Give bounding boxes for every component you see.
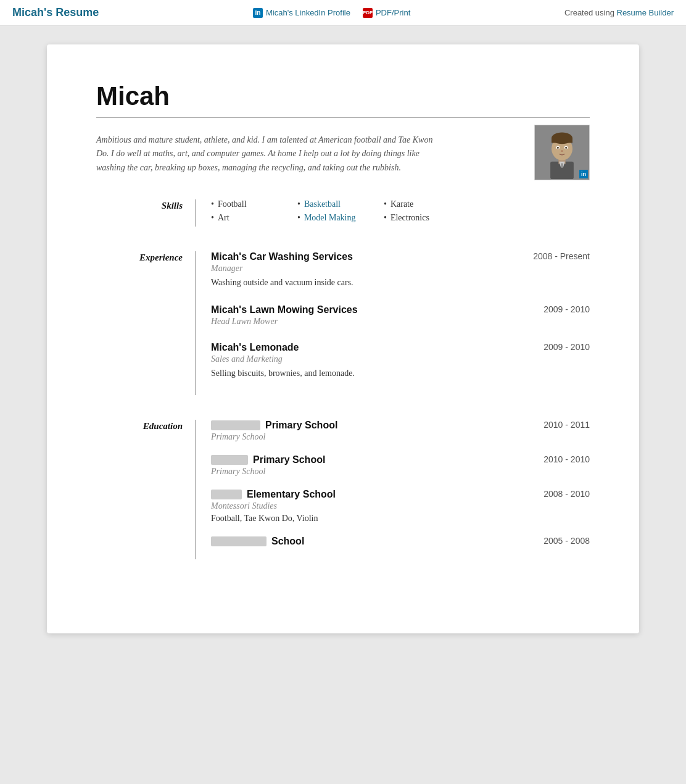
exp-item-lawnmow: Micah's Lawn Mowing Services 2009 - 2010… bbox=[211, 304, 590, 327]
edu-type-primary1: Primary School bbox=[211, 432, 590, 442]
edu-dates-primary1: 2010 - 2011 bbox=[543, 420, 590, 430]
skills-col-2: Basketball Model Making bbox=[297, 199, 384, 227]
edu-header-school: School 2005 - 2008 bbox=[211, 536, 590, 547]
exp-header-lemonade: Micah's Lemonade 2009 - 2010 bbox=[211, 342, 590, 353]
skill-karate: Karate bbox=[384, 199, 470, 209]
edu-dates-primary2: 2010 - 2010 bbox=[543, 454, 590, 464]
edu-type-elementary: Montessori Studies bbox=[211, 501, 590, 511]
skills-divider bbox=[195, 199, 196, 227]
edu-school-primary1: Primary School bbox=[265, 420, 337, 431]
profile-photo-container: in bbox=[534, 125, 590, 180]
created-by: Created using Resume Builder bbox=[564, 8, 674, 17]
skill-electronics: Electronics bbox=[384, 213, 470, 223]
svg-rect-5 bbox=[552, 138, 572, 143]
edu-header-elementary: Elementary School 2008 - 2010 bbox=[211, 489, 590, 500]
edu-header-primary2: Primary School 2010 - 2010 bbox=[211, 454, 590, 465]
photo-linkedin-badge: in bbox=[579, 170, 588, 178]
edu-item-elementary: Elementary School 2008 - 2010 Montessori… bbox=[211, 489, 590, 523]
site-title: Micah's Resume bbox=[12, 6, 99, 19]
resume-summary: Ambitious and mature student, athlete, a… bbox=[96, 133, 442, 175]
nav-links: in Micah's LinkedIn Profile PDF PDF/Prin… bbox=[99, 8, 564, 18]
name-divider bbox=[96, 117, 590, 118]
skills-col-3: Karate Electronics bbox=[384, 199, 470, 227]
edu-redacted-primary1 bbox=[211, 420, 260, 430]
exp-desc-carwash: Washing outside and vacuum inside cars. bbox=[211, 276, 590, 289]
edu-dates-elementary: 2008 - 2010 bbox=[543, 489, 590, 499]
edu-school-school: School bbox=[271, 536, 304, 547]
edu-item-school: School 2005 - 2008 bbox=[211, 536, 590, 547]
exp-header-carwash: Micah's Car Washing Services 2008 - Pres… bbox=[211, 251, 590, 262]
exp-dates-carwash: 2008 - Present bbox=[533, 251, 590, 261]
edu-name-wrap-primary1: Primary School bbox=[211, 420, 337, 431]
exp-role-lemonade: Sales and Marketing bbox=[211, 354, 590, 364]
exp-header-lawnmow: Micah's Lawn Mowing Services 2009 - 2010 bbox=[211, 304, 590, 315]
svg-point-10 bbox=[561, 150, 563, 152]
exp-dates-lemonade: 2009 - 2010 bbox=[543, 342, 590, 352]
edu-school-primary2: Primary School bbox=[253, 454, 325, 465]
skill-basketball: Basketball bbox=[297, 199, 384, 209]
basketball-link[interactable]: Basketball bbox=[304, 199, 341, 209]
skills-label: Skills bbox=[96, 199, 195, 211]
pdf-icon: PDF bbox=[363, 8, 373, 18]
exp-company-lemonade: Micah's Lemonade bbox=[211, 342, 299, 353]
edu-item-primary1: Primary School 2010 - 2011 Primary Schoo… bbox=[211, 420, 590, 442]
resume-builder-link[interactable]: Resume Builder bbox=[617, 8, 674, 17]
edu-name-wrap-primary2: Primary School bbox=[211, 454, 325, 465]
svg-point-8 bbox=[557, 147, 559, 149]
svg-point-9 bbox=[565, 147, 567, 149]
exp-role-lawnmow: Head Lawn Mower bbox=[211, 317, 590, 327]
education-section: Education Primary School 2010 - 2011 Pri… bbox=[96, 420, 590, 559]
exp-company-carwash: Micah's Car Washing Services bbox=[211, 251, 353, 262]
skills-content: Football Art Basketball Model Making Kar… bbox=[211, 199, 590, 227]
resume-card: in Micah Ambitious and mature student, a… bbox=[47, 44, 639, 633]
topbar: Micah's Resume in Micah's LinkedIn Profi… bbox=[0, 0, 686, 26]
edu-school-elementary: Elementary School bbox=[247, 489, 336, 500]
experience-section: Experience Micah's Car Washing Services … bbox=[96, 251, 590, 395]
edu-header-primary1: Primary School 2010 - 2011 bbox=[211, 420, 590, 431]
edu-name-wrap-elementary: Elementary School bbox=[211, 489, 336, 500]
skills-grid: Football Art Basketball Model Making Kar… bbox=[211, 199, 590, 227]
exp-item-carwash: Micah's Car Washing Services 2008 - Pres… bbox=[211, 251, 590, 289]
edu-desc-elementary: Football, Tae Kwon Do, Violin bbox=[211, 514, 590, 523]
linkedin-link[interactable]: in Micah's LinkedIn Profile bbox=[253, 8, 350, 18]
education-divider bbox=[195, 420, 196, 559]
linkedin-icon: in bbox=[253, 8, 263, 18]
education-content: Primary School 2010 - 2011 Primary Schoo… bbox=[211, 420, 590, 559]
experience-content: Micah's Car Washing Services 2008 - Pres… bbox=[211, 251, 590, 395]
exp-role-carwash: Manager bbox=[211, 264, 590, 273]
education-label: Education bbox=[96, 420, 195, 432]
edu-name-wrap-school: School bbox=[211, 536, 304, 547]
experience-label: Experience bbox=[96, 251, 195, 263]
skill-modelmaking: Model Making bbox=[297, 213, 384, 223]
svg-rect-12 bbox=[561, 163, 563, 168]
edu-type-primary2: Primary School bbox=[211, 467, 590, 477]
skill-football: Football bbox=[211, 199, 297, 209]
edu-redacted-school bbox=[211, 536, 267, 546]
skills-col-1: Football Art bbox=[211, 199, 297, 227]
exp-item-lemonade: Micah's Lemonade 2009 - 2010 Sales and M… bbox=[211, 342, 590, 380]
edu-dates-school: 2005 - 2008 bbox=[543, 536, 590, 546]
edu-redacted-elementary bbox=[211, 490, 242, 499]
edu-item-primary2: Primary School 2010 - 2010 Primary Schoo… bbox=[211, 454, 590, 477]
resume-name: Micah bbox=[96, 81, 590, 111]
skill-art: Art bbox=[211, 213, 297, 223]
pdf-link[interactable]: PDF PDF/Print bbox=[363, 8, 410, 18]
experience-divider bbox=[195, 251, 196, 395]
exp-dates-lawnmow: 2009 - 2010 bbox=[543, 304, 590, 314]
modelmaking-link[interactable]: Model Making bbox=[304, 213, 356, 223]
exp-company-lawnmow: Micah's Lawn Mowing Services bbox=[211, 304, 358, 315]
exp-desc-lemonade: Selling biscuits, brownies, and lemonade… bbox=[211, 367, 590, 380]
edu-redacted-primary2 bbox=[211, 455, 248, 465]
skills-section: Skills Football Art Basketball Model Mak… bbox=[96, 199, 590, 227]
